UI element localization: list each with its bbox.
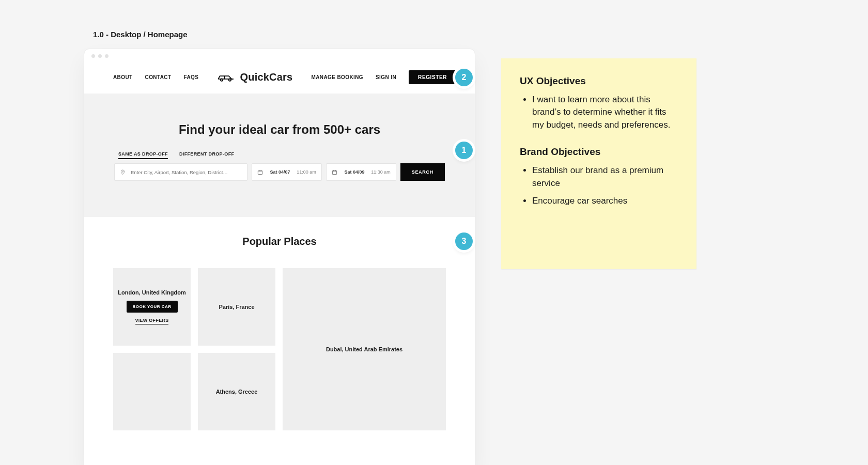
nav-contact[interactable]: CONTACT [145, 74, 172, 80]
places-grid: London, United Kingdom BOOK YOUR CAR VIE… [113, 268, 446, 430]
popular-places-title: Popular Places [113, 236, 446, 247]
popular-places-section: Popular Places London, United Kingdom BO… [84, 217, 475, 430]
place-card-dubai[interactable]: Dubai, United Arab Emirates [283, 268, 446, 430]
hero-section: Find your ideal car from 500+ cars SAME … [84, 94, 475, 217]
hero-title: Find your ideal car from 500+ cars [114, 122, 445, 137]
note-heading-brand: Brand Objectives [520, 145, 678, 159]
note-heading-ux: UX Objectives [520, 74, 678, 88]
annotation-pin-2: 2 [455, 69, 473, 86]
svg-point-0 [221, 79, 223, 81]
top-nav: ABOUT CONTACT FAQS QuickCars MANAGE BOOK… [84, 61, 475, 89]
pickup-date: Sat 04/07 [270, 169, 290, 175]
dropoff-time: 11:30 am [371, 169, 391, 175]
location-field[interactable] [114, 163, 247, 181]
car-icon [217, 73, 235, 82]
place-name: Athens, Greece [216, 389, 258, 395]
dropoff-tabs: SAME AS DROP-OFF DIFFERENT DROP-OFF [118, 151, 445, 159]
window-dot [98, 54, 102, 58]
place-name: London, United Kingdom [118, 289, 185, 296]
tab-different-dropoff[interactable]: DIFFERENT DROP-OFF [179, 151, 234, 159]
place-card-blank[interactable] [113, 353, 191, 430]
register-button[interactable]: REGISTER [409, 70, 456, 84]
search-button[interactable]: SEARCH [400, 163, 445, 181]
brand[interactable]: QuickCars [217, 71, 292, 83]
window-dot [91, 54, 95, 58]
calendar-icon [332, 169, 338, 175]
annotation-pin-3: 3 [455, 233, 473, 250]
note-brand-item: Encourage car searches [532, 195, 678, 208]
note-brand-item: Establish our brand as a premium service [532, 164, 678, 190]
dropoff-date-field[interactable]: Sat 04/09 11:30 am [326, 163, 396, 181]
objectives-note: UX Objectives I want to learn more about… [501, 58, 696, 269]
pickup-date-field[interactable]: Sat 04/07 11:00 am [252, 163, 322, 181]
browser-window: ABOUT CONTACT FAQS QuickCars MANAGE BOOK… [84, 49, 475, 465]
window-controls [84, 49, 475, 61]
view-offers-link[interactable]: VIEW OFFERS [135, 318, 169, 324]
place-card-paris[interactable]: Paris, France [198, 268, 275, 346]
place-card-athens[interactable]: Athens, Greece [198, 353, 275, 430]
nav-faqs[interactable]: FAQS [184, 74, 199, 80]
nav-sign-in[interactable]: SIGN IN [376, 74, 396, 80]
place-name: Dubai, United Arab Emirates [326, 346, 402, 352]
svg-rect-4 [258, 171, 262, 174]
svg-rect-8 [333, 171, 337, 174]
svg-point-1 [229, 79, 231, 81]
location-pin-icon [120, 169, 126, 175]
dropoff-date: Sat 04/09 [344, 169, 364, 175]
window-dot [105, 54, 109, 58]
note-ux-item: I want to learn more about this brand’s … [532, 94, 678, 132]
calendar-icon [257, 169, 264, 175]
location-input[interactable] [130, 169, 242, 176]
nav-about[interactable]: ABOUT [113, 74, 133, 80]
tab-same-dropoff[interactable]: SAME AS DROP-OFF [118, 151, 168, 159]
search-row: Sat 04/07 11:00 am Sat 04/09 11:30 am SE… [114, 163, 445, 181]
page-label: 1.0 - Desktop / Homepage [93, 30, 188, 39]
brand-name: QuickCars [240, 71, 292, 83]
place-card-london[interactable]: London, United Kingdom BOOK YOUR CAR VIE… [113, 268, 191, 346]
book-car-button[interactable]: BOOK YOUR CAR [127, 301, 178, 313]
place-name: Paris, France [219, 304, 254, 310]
annotation-pin-1: 1 [455, 142, 473, 159]
nav-manage-booking[interactable]: MANAGE BOOKING [311, 74, 363, 80]
pickup-time: 11:00 am [297, 169, 316, 175]
svg-point-3 [122, 171, 123, 172]
